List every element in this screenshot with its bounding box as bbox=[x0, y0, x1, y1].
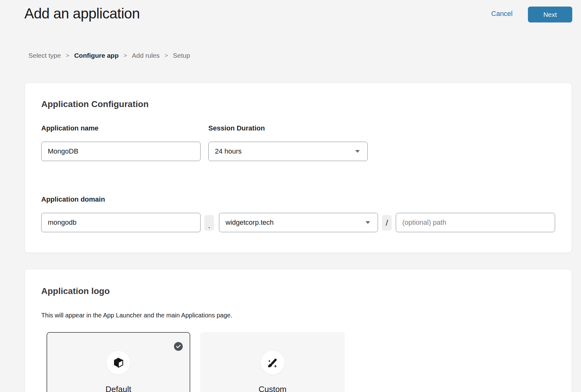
selected-check-badge bbox=[174, 342, 183, 351]
session-duration-select[interactable]: 24 hours bbox=[208, 142, 368, 161]
breadcrumb: Select type > Configure app > Add rules … bbox=[28, 52, 190, 59]
application-configuration-heading: Application Configuration bbox=[41, 99, 149, 109]
dot-text: . bbox=[208, 221, 210, 230]
breadcrumb-separator: > bbox=[124, 52, 127, 59]
cube-icon bbox=[112, 356, 125, 369]
custom-logo-circle bbox=[261, 351, 285, 375]
logo-option-default-label: Default bbox=[47, 385, 190, 392]
application-name-label: Application name bbox=[41, 124, 98, 132]
application-logo-description: This will appear in the App Launcher and… bbox=[41, 312, 232, 319]
logo-option-custom-label: Custom bbox=[201, 385, 344, 392]
session-duration-value: 24 hours bbox=[215, 147, 242, 155]
check-icon bbox=[176, 345, 181, 348]
slash-text: / bbox=[386, 218, 388, 228]
application-path-input[interactable] bbox=[396, 213, 555, 232]
breadcrumb-step-setup[interactable]: Setup bbox=[173, 52, 190, 59]
breadcrumb-separator: > bbox=[165, 52, 168, 59]
domain-slash-separator: / bbox=[382, 215, 392, 231]
session-duration-label: Session Duration bbox=[208, 124, 265, 132]
breadcrumb-step-configure-app[interactable]: Configure app bbox=[74, 52, 118, 59]
domain-select[interactable]: widgetcorp.tech bbox=[219, 213, 378, 232]
cancel-button[interactable]: Cancel bbox=[491, 10, 513, 18]
default-logo-circle bbox=[107, 351, 130, 375]
page-title: Add an application bbox=[24, 5, 140, 22]
domain-dot-separator: . bbox=[204, 215, 214, 231]
application-logo-heading: Application logo bbox=[41, 286, 110, 296]
next-button[interactable]: Next bbox=[528, 7, 572, 22]
application-domain-label: Application domain bbox=[41, 195, 105, 203]
application-configuration-card: Application Configuration Application na… bbox=[25, 83, 572, 253]
breadcrumb-step-select-type[interactable]: Select type bbox=[28, 52, 61, 59]
chevron-down-icon bbox=[355, 150, 360, 153]
application-name-input[interactable] bbox=[41, 142, 201, 161]
breadcrumb-separator: > bbox=[66, 52, 69, 59]
logo-option-custom[interactable]: Custom bbox=[200, 332, 345, 392]
application-logo-card: Application logo This will appear in the… bbox=[25, 269, 572, 392]
application-subdomain-input[interactable] bbox=[41, 213, 201, 232]
paintbrush-icon bbox=[266, 356, 280, 370]
domain-select-value: widgetcorp.tech bbox=[226, 218, 274, 227]
breadcrumb-step-add-rules[interactable]: Add rules bbox=[132, 52, 160, 59]
logo-option-default[interactable]: Default bbox=[47, 332, 190, 392]
chevron-down-icon bbox=[365, 221, 370, 224]
